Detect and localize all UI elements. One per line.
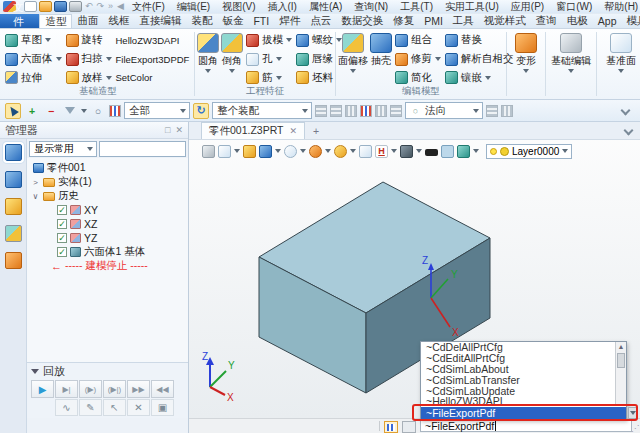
link-tool-icon[interactable] <box>501 105 513 117</box>
fillet-button[interactable]: 圆角 <box>197 31 219 87</box>
chevron-down-icon[interactable] <box>276 57 282 61</box>
panel-restore-icon[interactable]: □ <box>165 125 170 135</box>
sketch-button[interactable]: 草图 <box>4 31 63 50</box>
refresh-icon[interactable]: ↻ <box>193 103 209 119</box>
tab-point-cloud[interactable]: 点云 <box>305 14 336 28</box>
resolve-self-intersection-button[interactable]: 解析自相交 <box>444 50 515 69</box>
sweep-button[interactable]: 扫掠 <box>65 50 113 69</box>
layer-visibility-icon[interactable] <box>490 148 497 155</box>
tab-mold[interactable]: 模具 <box>622 14 640 28</box>
checkbox-checked[interactable]: ✓ <box>57 205 67 215</box>
assembly-manager-tab-icon[interactable] <box>5 171 22 188</box>
expand-icon[interactable]: > <box>31 178 40 187</box>
list-scrollbar[interactable]: ▲ <box>615 342 626 406</box>
tab-fti[interactable]: FTI <box>248 14 274 28</box>
save-icon[interactable] <box>54 1 67 12</box>
window-mode-icon[interactable] <box>402 421 416 433</box>
tab-sheet-metal[interactable]: 钣金 <box>217 14 248 28</box>
tab-weldment[interactable]: 焊件 <box>274 14 305 28</box>
trim-button[interactable]: 修剪 <box>394 50 442 69</box>
hole-button[interactable]: 孔 <box>245 50 293 69</box>
shaded-box-icon[interactable] <box>400 145 413 158</box>
revolve-button[interactable]: 旋转 <box>65 31 113 50</box>
menu-attributes[interactable]: 属性(A) <box>304 0 347 13</box>
tree-item-part-root[interactable]: 零件001 <box>27 161 188 175</box>
solid-manager-tab-icon[interactable] <box>5 198 22 215</box>
morph-button[interactable]: 变形 <box>515 31 537 87</box>
gem-icon[interactable] <box>243 145 256 158</box>
tree-item-plane-xz[interactable]: ✓ XZ <box>27 217 188 231</box>
replay-edit-tool-icon[interactable]: ✎ <box>79 399 102 416</box>
scope-combo[interactable]: 整个装配 <box>212 102 312 119</box>
datum-plane-button[interactable]: 基准面 <box>606 31 636 87</box>
menu-insert[interactable]: 插入(I) <box>263 0 302 13</box>
suggestion-dropdown-icon[interactable] <box>628 407 638 419</box>
tab-inquire[interactable]: 查询 <box>531 14 562 28</box>
command-history-icon[interactable] <box>384 421 398 433</box>
visual-manager-tab-icon[interactable] <box>5 225 22 242</box>
column-tool-icon[interactable] <box>345 105 357 117</box>
replay-fast-forward-button[interactable]: ▶▶ <box>127 380 150 398</box>
tab-shape[interactable]: 造型 <box>39 14 72 28</box>
column-tool-icon[interactable] <box>375 105 387 117</box>
chevron-down-icon[interactable] <box>325 149 331 153</box>
chevron-down-icon[interactable] <box>350 149 356 153</box>
menu-tools[interactable]: 工具(T) <box>395 0 438 13</box>
exit-icon[interactable] <box>202 145 215 158</box>
command-suggestion[interactable]: ~CdSimLabTransfer <box>421 374 626 385</box>
tab-repair[interactable]: 修复 <box>388 14 419 28</box>
lasso-icon[interactable]: ○ <box>90 103 106 119</box>
more-commands-icon[interactable]: » <box>107 1 114 12</box>
file-menu-tab[interactable]: 文件(F) <box>0 14 39 28</box>
menu-utilities[interactable]: 实用工具(U) <box>440 0 504 13</box>
replace-button[interactable]: 替换 <box>444 31 515 50</box>
compass-icon[interactable] <box>309 145 322 158</box>
chevron-down-icon[interactable] <box>302 109 308 113</box>
replay-rewind-button[interactable]: ◀◀ <box>151 380 174 398</box>
command-suggestion[interactable]: ~CdSimLabUpdate <box>421 385 626 396</box>
remove-selection-icon[interactable]: − <box>43 103 59 119</box>
open-file-icon[interactable] <box>39 1 52 12</box>
chevron-down-icon[interactable] <box>56 57 62 61</box>
select-tool-icon[interactable] <box>5 103 21 119</box>
layer-color-icon[interactable] <box>500 147 509 156</box>
render-mode-icon[interactable] <box>334 145 347 158</box>
chevron-down-icon[interactable] <box>473 109 479 113</box>
basic-editing-button[interactable]: 基础编辑 <box>551 31 591 87</box>
draft-button[interactable]: 拔模 <box>245 31 293 50</box>
combine-button[interactable]: 组合 <box>394 31 442 50</box>
replay-keypoint-tool-icon[interactable]: ↖ <box>103 399 126 416</box>
menu-file[interactable]: 文件(F) <box>127 0 170 13</box>
toolbar-collapse-icon[interactable] <box>621 106 631 116</box>
replay-image-tool-icon[interactable]: ▣ <box>151 399 174 416</box>
hatch-section-icon[interactable]: H <box>375 145 388 158</box>
entity-filter-combo[interactable]: 全部 <box>124 102 190 119</box>
shell-button[interactable]: 抽壳 <box>370 31 392 87</box>
eraser-icon[interactable] <box>218 145 231 158</box>
scroll-up-icon[interactable]: ▲ <box>618 342 625 352</box>
replay-delete-tool-icon[interactable]: ✕ <box>127 399 150 416</box>
split-panel-icon[interactable] <box>359 145 372 158</box>
command-suggestion[interactable]: ~CdSimLabAbout <box>421 364 626 375</box>
pick-tool-icon[interactable] <box>486 105 498 117</box>
chamfer-button[interactable]: 倒角 <box>221 31 243 87</box>
tree-search-input[interactable] <box>99 141 186 157</box>
tab-electrode[interactable]: 电极 <box>562 14 593 28</box>
chevron-down-icon[interactable] <box>350 69 356 73</box>
column-tool-icon[interactable] <box>360 105 372 117</box>
chevron-down-icon[interactable] <box>562 149 568 153</box>
tree-item-plane-yz[interactable]: ✓ YZ <box>27 231 188 245</box>
align-tool-icon[interactable] <box>315 105 327 117</box>
color-filter-icon[interactable] <box>109 105 121 117</box>
history-manager-tab-icon[interactable] <box>5 144 22 161</box>
menu-help[interactable]: 帮助(H) <box>599 0 640 13</box>
command-input[interactable]: ~FileExportPdf <box>420 420 632 432</box>
chevron-down-icon[interactable] <box>45 38 51 42</box>
print-icon[interactable] <box>69 1 82 12</box>
file-export-3dpdf-button[interactable]: FileExport3DPDF <box>115 50 191 69</box>
chevron-down-icon[interactable] <box>286 38 292 42</box>
chevron-down-icon[interactable] <box>106 57 112 61</box>
tab-close-icon[interactable]: ✕ <box>290 126 298 136</box>
tree-item-history[interactable]: ∨ 历史 <box>27 189 188 203</box>
replay-play-through-button[interactable]: (▶|) <box>103 380 126 398</box>
